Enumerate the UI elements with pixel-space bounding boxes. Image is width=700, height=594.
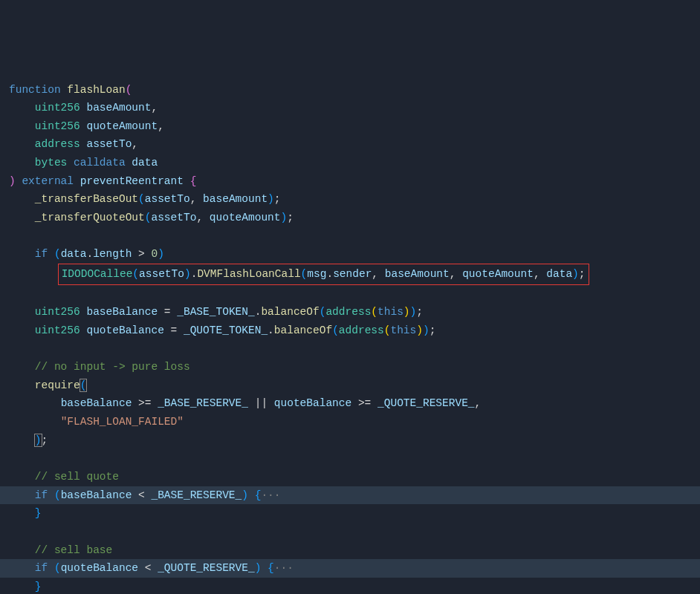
code-line: IDODOCallee(assetTo).DVMFlashLoanCall(ms… [9,264,691,285]
keyword-function: function [9,84,61,96]
comment: // no input -> pure loss [35,361,190,373]
code-editor[interactable]: function flashLoan( uint256 baseAmount, … [9,81,691,594]
code-line: ) external preventReentrant { [9,172,691,191]
code-line: uint256 baseBalance = _BASE_TOKEN_.balan… [9,303,691,322]
code-line: uint256 quoteAmount, [9,117,691,136]
comment: // sell base [35,544,112,556]
function-name: flashLoan [67,84,125,96]
comment: // sell quote [35,471,119,483]
code-line [9,285,691,304]
code-line: // no input -> pure loss [9,358,691,376]
code-line: baseBalance >= _BASE_RESERVE_ || quoteBa… [9,394,691,413]
code-line: require( [9,376,691,395]
code-line: ); [9,431,691,450]
code-line: "FLASH_LOAN_FAILED" [9,413,691,431]
code-line: _transferBaseOut(assetTo, baseAmount); [9,190,691,209]
code-line: // sell base [9,541,691,560]
code-line: // sell quote [9,468,691,486]
code-line: } [9,578,691,594]
code-line: bytes calldata data [9,154,691,172]
code-line [9,227,691,246]
fold-icon[interactable]: ··· [274,562,294,574]
code-line: _transferQuoteOut(assetTo, quoteAmount); [9,209,691,227]
code-line [9,449,691,468]
code-line-highlighted: if (baseBalance < _BASE_RESERVE_) {··· [0,486,700,505]
code-line-highlighted: if (quoteBalance < _QUOTE_RESERVE_) {··· [0,559,700,578]
code-line [9,340,691,359]
code-line: } [9,504,691,523]
code-line: address assetTo, [9,135,691,154]
code-line: uint256 quoteBalance = _QUOTE_TOKEN_.bal… [9,322,691,340]
fold-icon[interactable]: ··· [261,489,280,501]
code-line: uint256 baseAmount, [9,99,691,117]
highlighted-call: IDODOCallee(assetTo).DVMFlashLoanCall(ms… [58,264,589,285]
code-line: function flashLoan( [9,81,691,99]
code-line: if (data.length > 0) [9,245,691,264]
code-line [9,523,691,541]
